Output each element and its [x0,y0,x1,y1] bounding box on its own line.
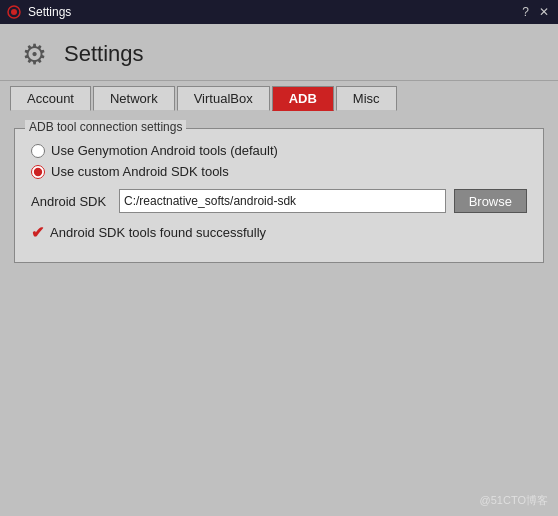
radio-custom-sdk[interactable] [31,165,45,179]
window-title: Settings [64,41,144,67]
success-text: Android SDK tools found successfully [50,225,266,240]
tab-virtualbox[interactable]: VirtualBox [177,86,270,111]
radio-genymotion[interactable] [31,144,45,158]
content-area: ADB tool connection settings Use Genymot… [0,110,558,516]
group-legend: ADB tool connection settings [25,120,186,134]
adb-group-box: ADB tool connection settings Use Genymot… [14,128,544,263]
sdk-row: Android SDK Browse [31,189,527,213]
radio-genymotion-label[interactable]: Use Genymotion Android tools (default) [51,143,278,158]
title-bar-title: Settings [28,5,71,19]
close-button[interactable]: ✕ [536,5,552,19]
sdk-label: Android SDK [31,194,111,209]
radio-row-2: Use custom Android SDK tools [31,164,527,179]
title-bar-controls: ? ✕ [519,5,552,19]
main-window: ⚙ Settings Account Network VirtualBox AD… [0,24,558,516]
tab-account[interactable]: Account [10,86,91,111]
watermark: @51CTO博客 [480,493,548,508]
settings-icon [6,4,22,20]
radio-row-1: Use Genymotion Android tools (default) [31,143,527,158]
title-bar: Settings ? ✕ [0,0,558,24]
tab-misc[interactable]: Misc [336,86,397,111]
success-row: ✔ Android SDK tools found successfully [31,223,527,242]
title-bar-left: Settings [6,4,71,20]
tab-adb[interactable]: ADB [272,86,334,111]
radio-custom-sdk-label[interactable]: Use custom Android SDK tools [51,164,229,179]
help-button[interactable]: ? [519,5,532,19]
svg-point-0 [11,9,17,15]
gear-icon: ⚙ [16,36,52,72]
browse-button[interactable]: Browse [454,189,527,213]
tabs-bar: Account Network VirtualBox ADB Misc [0,81,558,110]
window-header: ⚙ Settings [0,24,558,81]
tab-network[interactable]: Network [93,86,175,111]
sdk-path-input[interactable] [119,189,446,213]
checkmark-icon: ✔ [31,223,44,242]
